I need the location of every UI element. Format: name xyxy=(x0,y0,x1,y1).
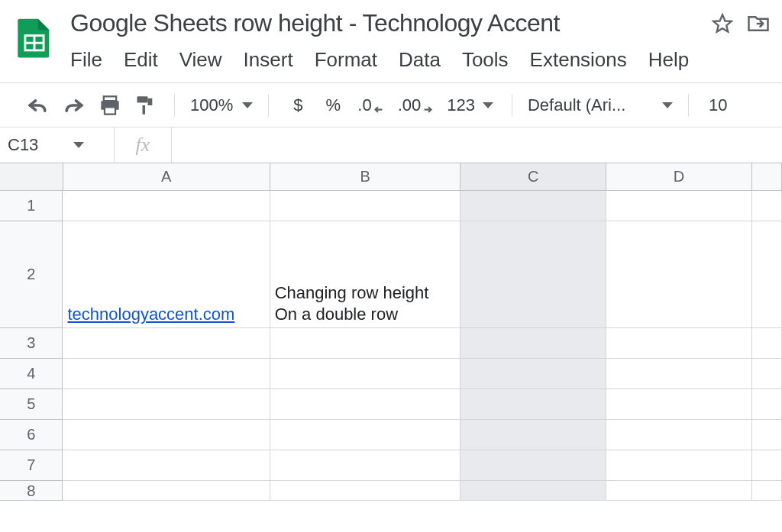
cell-e5[interactable] xyxy=(752,389,783,420)
cell-b1[interactable] xyxy=(270,191,461,221)
svg-rect-4 xyxy=(104,96,116,101)
cell-d5[interactable] xyxy=(606,389,752,420)
font-name: Default (Ari... xyxy=(528,95,625,115)
row-header-1[interactable]: 1 xyxy=(0,191,63,221)
cell-b3[interactable] xyxy=(270,328,461,359)
print-icon[interactable] xyxy=(96,92,124,119)
sheets-logo xyxy=(12,15,57,60)
decrease-decimal-label: .0 xyxy=(357,95,371,115)
cell-d4[interactable] xyxy=(606,359,752,389)
cell-c6[interactable] xyxy=(460,420,606,450)
fx-label: fx xyxy=(115,127,172,163)
cell-d6[interactable] xyxy=(606,420,752,450)
cell-c4[interactable] xyxy=(460,359,606,389)
row-header-4[interactable]: 4 xyxy=(0,359,63,389)
menu-help[interactable]: Help xyxy=(648,48,689,72)
toolbar-separator xyxy=(688,94,689,117)
cell-c5[interactable] xyxy=(460,389,606,420)
cell-a7[interactable] xyxy=(63,450,270,481)
menu-file[interactable]: File xyxy=(70,48,102,72)
table-row: 4 xyxy=(0,359,782,389)
number-format-label: 123 xyxy=(447,95,475,115)
decrease-decimal-button[interactable]: .0 xyxy=(354,92,386,119)
cell-a2[interactable]: technologyaccent.com xyxy=(63,221,270,328)
svg-rect-6 xyxy=(105,107,115,114)
menu-insert[interactable]: Insert xyxy=(244,48,293,72)
cell-e1[interactable] xyxy=(752,191,783,221)
star-icon[interactable] xyxy=(712,13,733,34)
row-header-7[interactable]: 7 xyxy=(0,450,63,481)
table-row: 6 xyxy=(0,420,782,450)
undo-icon[interactable] xyxy=(23,92,52,119)
paint-format-icon[interactable] xyxy=(131,92,159,119)
table-row: 3 xyxy=(0,328,782,359)
column-header-a[interactable]: A xyxy=(63,163,270,191)
cell-a3[interactable] xyxy=(63,328,270,359)
row-header-8[interactable]: 8 xyxy=(0,481,63,501)
cell-a4[interactable] xyxy=(63,359,270,389)
table-row: 1 xyxy=(0,191,782,221)
font-dropdown[interactable]: Default (Ari... xyxy=(528,95,673,115)
cell-e7[interactable] xyxy=(752,450,783,481)
cell-c2[interactable] xyxy=(460,221,606,328)
cell-e3[interactable] xyxy=(752,328,783,359)
cell-d3[interactable] xyxy=(606,328,752,359)
percent-button[interactable]: % xyxy=(319,92,347,119)
column-header-c[interactable]: C xyxy=(460,163,606,191)
cell-d1[interactable] xyxy=(606,191,752,221)
menubar: File Edit View Insert Format Data Tools … xyxy=(70,48,770,82)
menu-extensions[interactable]: Extensions xyxy=(530,48,627,72)
cell-a6[interactable] xyxy=(63,420,270,450)
cell-d8[interactable] xyxy=(606,481,752,501)
cell-b4[interactable] xyxy=(270,359,461,389)
cell-c3[interactable] xyxy=(460,328,606,359)
row-header-3[interactable]: 3 xyxy=(0,328,63,359)
zoom-dropdown[interactable]: 100% xyxy=(190,95,253,115)
table-row: 2 technologyaccent.com Changing row heig… xyxy=(0,221,782,328)
menu-tools[interactable]: Tools xyxy=(462,48,509,72)
cell-c7[interactable] xyxy=(460,450,606,481)
menu-edit[interactable]: Edit xyxy=(124,48,158,72)
row-header-6[interactable]: 6 xyxy=(0,420,63,450)
svg-rect-7 xyxy=(137,96,148,102)
column-header-b[interactable]: B xyxy=(270,163,461,191)
row-header-2[interactable]: 2 xyxy=(0,221,63,328)
cell-c1[interactable] xyxy=(460,191,606,221)
row-header-5[interactable]: 5 xyxy=(0,389,63,420)
cell-a5[interactable] xyxy=(63,389,270,420)
cell-b7[interactable] xyxy=(270,450,461,481)
move-icon[interactable] xyxy=(747,14,770,34)
toolbar-separator xyxy=(512,94,512,117)
cell-a1[interactable] xyxy=(63,191,270,221)
cell-e4[interactable] xyxy=(752,359,783,389)
cell-e8[interactable] xyxy=(752,481,783,501)
number-format-dropdown[interactable]: 123 xyxy=(444,92,496,119)
column-header-d[interactable]: D xyxy=(606,163,752,191)
font-size-input[interactable]: 10 xyxy=(704,95,727,115)
menu-data[interactable]: Data xyxy=(399,48,441,72)
redo-icon[interactable] xyxy=(60,92,89,119)
link-text[interactable]: technologyaccent.com xyxy=(67,305,234,324)
cell-b8[interactable] xyxy=(270,481,461,501)
cell-e2[interactable] xyxy=(752,221,783,328)
formula-input[interactable] xyxy=(172,127,782,163)
chevron-down-icon xyxy=(242,102,253,108)
menu-format[interactable]: Format xyxy=(315,48,377,72)
name-box[interactable]: C13 xyxy=(0,127,115,163)
cell-e6[interactable] xyxy=(752,420,783,450)
column-header-e[interactable] xyxy=(752,163,782,191)
zoom-value: 100% xyxy=(190,95,233,115)
cell-d7[interactable] xyxy=(606,450,752,481)
currency-button[interactable]: $ xyxy=(284,92,312,119)
cell-b6[interactable] xyxy=(270,420,461,450)
chevron-down-icon xyxy=(483,102,493,108)
cell-d2[interactable] xyxy=(606,221,752,328)
select-all-corner[interactable] xyxy=(0,163,63,191)
cell-a8[interactable] xyxy=(63,481,270,501)
cell-b5[interactable] xyxy=(270,389,461,420)
increase-decimal-button[interactable]: .00 xyxy=(395,92,437,119)
cell-b2[interactable]: Changing row height On a double row xyxy=(270,221,461,328)
document-title[interactable]: Google Sheets row height - Technology Ac… xyxy=(70,9,560,37)
menu-view[interactable]: View xyxy=(179,48,222,72)
cell-c8[interactable] xyxy=(460,481,606,501)
